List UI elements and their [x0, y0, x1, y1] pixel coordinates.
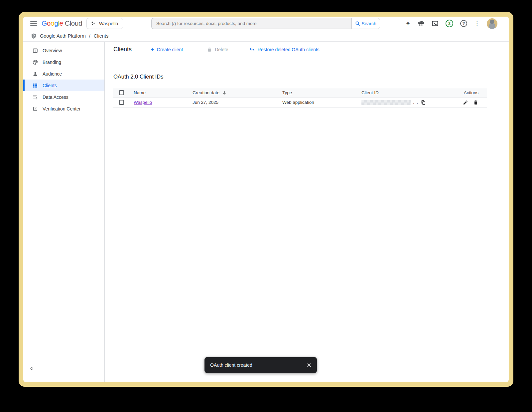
sidebar-item-overview[interactable]: Overview [23, 45, 104, 56]
auth-platform-shield-key-icon [31, 33, 37, 39]
page-title: Clients [113, 46, 132, 53]
undo-icon [249, 47, 255, 53]
client-id-truncation: . . [413, 100, 419, 105]
verification-check-icon [32, 106, 38, 111]
table-header-row: Name Creation date Type Client ID Action… [113, 88, 487, 98]
toast-message: OAuth client created [210, 362, 307, 368]
google-logo-cloud: Cloud [65, 19, 82, 27]
sidebar-item-label: Verification Center [43, 106, 80, 111]
top-app-bar: GoogleCloud Waspello Search [23, 17, 509, 30]
breadcrumb: Google Auth Platform / Clients [23, 31, 509, 42]
global-search: Search [151, 18, 380, 29]
restore-label: Restore deleted OAuth clients [258, 47, 320, 52]
user-avatar[interactable] [487, 18, 497, 29]
notification-count: 2 [448, 21, 451, 26]
gemini-sparkle-icon[interactable]: ✦ [405, 20, 411, 27]
delete-button[interactable]: Delete [207, 47, 228, 52]
sort-descending-icon[interactable] [222, 91, 227, 95]
header-name[interactable]: Name [128, 90, 193, 95]
hamburger-menu-icon[interactable] [30, 21, 37, 26]
audience-person-icon [32, 71, 38, 77]
row-checkbox[interactable] [119, 100, 124, 105]
trash-icon [207, 47, 212, 52]
branding-palette-icon [32, 59, 38, 65]
header-actions: Actions [457, 90, 487, 95]
toast-close-icon[interactable] [307, 363, 312, 368]
sidebar-item-label: Overview [43, 48, 62, 53]
sidebar-item-verification-center[interactable]: Verification Center [23, 103, 104, 114]
sidebar-nav: Overview Branding [23, 42, 105, 382]
client-type-value: Web application [282, 100, 314, 105]
breadcrumb-separator: / [89, 33, 91, 39]
google-cloud-console-page: GoogleCloud Waspello Search [23, 17, 509, 382]
copy-client-id-icon[interactable] [421, 100, 426, 105]
header-type[interactable]: Type [282, 90, 361, 95]
project-icon [90, 21, 96, 26]
google-cloud-logo[interactable]: GoogleCloud [42, 19, 82, 27]
client-id-redacted [361, 100, 411, 105]
gift-icon[interactable] [418, 20, 425, 27]
client-name-link[interactable]: Waspello [134, 100, 152, 105]
header-creation-date[interactable]: Creation date [193, 90, 219, 95]
plus-icon: + [151, 47, 154, 53]
sidebar-item-clients[interactable]: Clients [23, 80, 104, 91]
more-vertical-icon[interactable]: ⋮ [474, 20, 480, 27]
topbar-icon-group: ✦ [405, 17, 497, 30]
edit-client-icon[interactable] [463, 100, 468, 105]
header-client-id[interactable]: Client ID [361, 90, 457, 95]
screenshot-window-frame: GoogleCloud Waspello Search [19, 12, 513, 387]
notifications-badge[interactable]: 2 [446, 20, 453, 27]
breadcrumb-platform[interactable]: Google Auth Platform [40, 33, 86, 39]
sidebar-item-audience[interactable]: Audience [23, 68, 104, 80]
section-title: OAuth 2.0 Client IDs [113, 74, 509, 80]
sidebar-item-branding[interactable]: Branding [23, 56, 104, 68]
google-logo-google: Google [42, 19, 63, 27]
search-input[interactable] [151, 18, 351, 29]
cloud-shell-icon[interactable] [432, 20, 439, 27]
create-client-button[interactable]: + Create client [151, 47, 183, 53]
restore-deleted-clients-button[interactable]: Restore deleted OAuth clients [249, 47, 320, 53]
delete-label: Delete [215, 47, 228, 52]
help-icon[interactable]: ? [460, 20, 467, 27]
sidebar-item-label: Clients [43, 83, 57, 88]
project-name: Waspello [99, 21, 118, 26]
search-button[interactable]: Search [351, 18, 380, 29]
clients-grid-icon [32, 83, 38, 88]
overview-icon [32, 48, 38, 54]
create-client-label: Create client [157, 47, 183, 52]
creation-date-value: Jun 27, 2025 [193, 100, 218, 105]
table-row: Waspello Jun 27, 2025 Web application . … [113, 98, 487, 107]
oauth-clients-table: Name Creation date Type Client ID Action… [113, 88, 487, 107]
search-icon [355, 21, 360, 26]
breadcrumb-current: Clients [94, 33, 108, 39]
clients-toolbar: Clients + Create client Delete R [105, 42, 509, 57]
data-access-icon [32, 94, 38, 100]
delete-client-icon[interactable] [473, 100, 478, 105]
sidebar-item-label: Data Access [43, 95, 68, 100]
toast-notification: OAuth client created [204, 357, 317, 373]
main-content: Clients + Create client Delete R [105, 42, 509, 382]
sidebar-item-label: Branding [43, 60, 61, 65]
select-all-checkbox[interactable] [119, 90, 124, 95]
project-selector[interactable]: Waspello [86, 18, 123, 29]
sidebar-item-data-access[interactable]: Data Access [23, 91, 104, 103]
collapse-sidebar-icon[interactable] [29, 366, 34, 372]
search-button-label: Search [361, 21, 376, 26]
sidebar-item-label: Audience [43, 71, 62, 77]
